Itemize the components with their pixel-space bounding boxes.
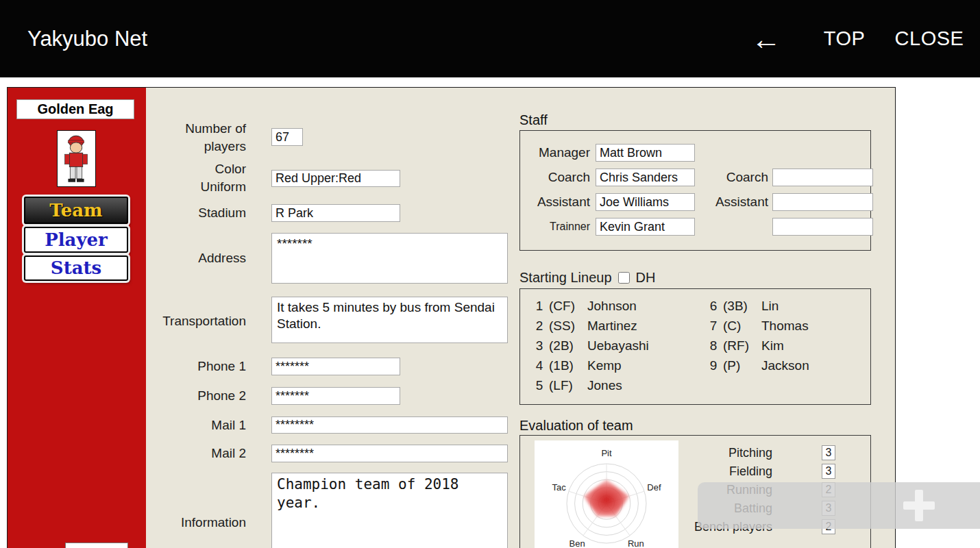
lineup-player-name: Kim [761,338,784,353]
top-button[interactable]: TOP [820,0,869,77]
staff-section-title: Staff [519,112,548,128]
trainer-label: Trainner [527,217,590,236]
extra-staff-input[interactable] [772,218,873,236]
sidebar-item-stats[interactable]: Stats [24,256,128,281]
lineup-row: 3 (2B) Uebayashi [530,336,649,356]
radar-axis-label: Pit [601,448,612,458]
lineup-player-name: Johnson [587,299,637,314]
coach1-input[interactable] [596,169,695,186]
number-of-players-label: Number of players [156,120,246,155]
lineup-header: Starting Lineup DH [519,270,655,286]
lineup-position: (1B) [549,358,587,373]
dh-checkbox[interactable] [618,272,630,284]
lineup-order: 5 [530,378,549,393]
sidebar: Golden Eag Team Player Stats [8,88,146,548]
staff-row: Coarch Coarch [527,168,866,187]
mail2-label: Mail 2 [156,445,246,462]
lineup-position: (2B) [549,338,587,353]
lineup-order: 7 [704,319,723,334]
coach2-input[interactable] [772,169,873,186]
stadium-input[interactable] [271,204,400,222]
close-button[interactable]: CLOSE [891,0,968,77]
team-avatar-icon [57,130,96,187]
app-title: Yakyubo Net [27,0,147,77]
trainer-input[interactable] [596,218,695,236]
manager-input[interactable] [596,144,695,162]
number-of-players-input[interactable] [271,128,303,146]
plus-icon [903,490,935,521]
staff-row: Assistant Assistant [527,192,866,212]
phone1-input[interactable] [271,358,400,375]
lineup-player-name: Kemp [587,358,622,373]
sidebar-item-player[interactable]: Player [24,227,128,253]
assistant2-input[interactable] [772,193,873,211]
lineup-order: 6 [704,299,723,314]
mail1-label: Mail 1 [156,416,246,434]
phone2-label: Phone 2 [156,387,246,405]
radar-axis-label: Def [647,482,661,493]
staff-section: Manager Coarch Coarch Assistant Assistan… [519,130,871,251]
dh-label: DH [636,270,656,286]
back-icon[interactable]: ← [746,0,787,77]
coach2-label: Coarch [698,168,768,187]
staff-row: Manager [527,143,866,162]
color-uniform-label: Color Uniform [191,160,246,196]
phone2-input[interactable] [271,387,400,405]
mail1-input[interactable] [271,416,508,434]
lineup-order: 8 [704,338,723,353]
information-label: Information [156,514,246,532]
lineup-position: (C) [723,319,761,334]
coach1-label: Coarch [527,168,590,187]
lineup-position: (3B) [723,299,761,314]
lineup-order: 9 [704,358,723,373]
lineup-row: 2 (SS) Martinez [530,316,649,336]
lineup-row: 9 (P) Jackson [704,356,809,375]
lineup-order: 1 [530,299,549,314]
assistant1-input[interactable] [596,193,695,211]
lineup-column-2: 6 (3B) Lin 7 (C) Thomas 8 (RF) Kim 9 (P)… [704,296,809,375]
lineup-position: (LF) [549,378,587,393]
lineup-player-name: Martinez [587,319,637,334]
lineup-order: 3 [530,338,549,353]
rating-row: Fielding 3 [693,462,866,481]
lineup-position: (SS) [549,319,587,334]
partial-element [65,543,128,548]
evaluation-section-title: Evaluation of team [519,418,633,434]
radar-chart-container: PitDefRunBenTac [535,440,678,548]
lineup-section-title: Starting Lineup [519,270,612,286]
staff-row: Trainner [527,217,866,236]
sidebar-item-team[interactable]: Team [24,197,128,224]
lineup-player-name: Jackson [761,358,809,373]
stadium-label: Stadium [156,204,246,222]
manager-label: Manager [527,143,590,162]
lineup-player-name: Uebayashi [587,338,649,353]
assistant2-label: Assistant [698,192,768,212]
radar-chart: PitDefRunBenTac [535,440,678,548]
fab-overlay [698,482,980,529]
rating-value[interactable]: 3 [822,445,835,460]
mail2-input[interactable] [271,445,508,462]
address-textarea[interactable]: ******* [271,233,508,284]
radar-axis-label: Ben [569,538,585,548]
information-textarea[interactable]: Champion team of 2018 year. [271,473,508,548]
color-uniform-input[interactable] [271,170,400,187]
lineup-order: 2 [530,319,549,334]
transportation-textarea[interactable]: It takes 5 minutes by bus from Sendai St… [271,297,508,343]
lineup-position: (CF) [549,299,587,314]
rating-row: Pitching 3 [693,444,866,462]
radar-polygon [584,480,629,516]
lineup-position: (RF) [723,338,761,353]
assistant1-label: Assistant [527,192,590,212]
lineup-player-name: Lin [761,299,779,314]
team-detail-panel: Golden Eag Team Player Stats Number of p… [7,87,896,548]
add-button[interactable] [903,490,935,521]
lineup-player-name: Thomas [761,319,809,334]
phone1-label: Phone 1 [156,358,246,375]
rating-label: Fielding [693,462,772,481]
lineup-row: 8 (RF) Kim [704,336,809,356]
lineup-player-name: Jones [587,378,622,393]
address-label: Address [156,249,246,267]
radar-axis-label: Run [628,538,644,548]
lineup-row: 1 (CF) Johnson [530,296,649,316]
rating-value[interactable]: 3 [822,464,835,479]
